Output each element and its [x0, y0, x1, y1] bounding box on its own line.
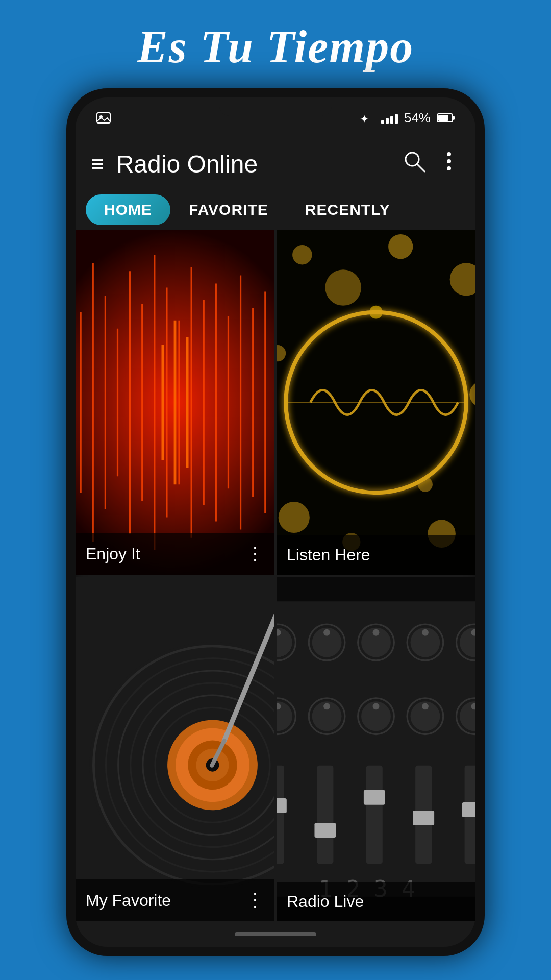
card-title-favorite: My Favorite — [86, 891, 171, 910]
tab-favorite[interactable]: FAVORITE — [170, 194, 287, 225]
svg-rect-100 — [277, 798, 287, 813]
more-dots-button-3[interactable]: ⋮ — [246, 890, 264, 911]
card-title-enjoy-it: Enjoy It — [86, 545, 140, 564]
tab-recently[interactable]: RECENTLY — [287, 194, 409, 225]
svg-rect-101 — [317, 766, 333, 864]
svg-rect-4 — [453, 116, 455, 120]
svg-rect-5 — [438, 115, 448, 121]
grid-item-listen-here[interactable]: Listen Here — [277, 230, 475, 575]
svg-point-95 — [422, 703, 429, 710]
grid-item-favorite[interactable]: My Favorite ⋮ — [76, 577, 274, 921]
svg-point-37 — [388, 234, 413, 259]
home-indicator-bar — [76, 921, 475, 947]
header-left: ≡ Radio Online — [91, 150, 258, 178]
app-title: Radio Online — [116, 150, 258, 178]
more-icon — [438, 150, 460, 173]
grid-item-radio-live[interactable]: 1 2 3 4 Radio Live — [277, 577, 475, 921]
svg-line-7 — [417, 164, 424, 172]
content-grid: Enjoy It ⋮ — [76, 230, 475, 921]
signal-bars — [381, 112, 398, 124]
search-button[interactable] — [403, 150, 425, 178]
svg-rect-104 — [364, 790, 385, 805]
photo-icon — [96, 111, 111, 125]
phone-device: ✦ 54% ≡ Radio Online — [66, 88, 485, 956]
card-title-listen-here: Listen Here — [287, 546, 370, 565]
page-title: Es Tu Tiempo — [0, 0, 551, 88]
svg-rect-99 — [277, 766, 284, 864]
svg-point-43 — [279, 502, 310, 533]
status-bar-right: ✦ 54% — [360, 110, 455, 126]
svg-point-80 — [422, 629, 429, 636]
card-label-radio-live: Radio Live — [277, 882, 475, 921]
svg-rect-106 — [413, 811, 434, 825]
home-indicator — [235, 932, 316, 936]
phone-notch — [219, 97, 332, 116]
gold-bokeh-visual — [277, 230, 475, 575]
svg-text:✦: ✦ — [360, 113, 369, 124]
menu-button[interactable]: ≡ — [91, 151, 104, 177]
svg-point-8 — [447, 152, 451, 156]
svg-point-89 — [323, 703, 330, 710]
grid-item-enjoy-it[interactable]: Enjoy It ⋮ — [76, 230, 274, 575]
svg-point-35 — [292, 245, 312, 265]
svg-point-92 — [373, 703, 380, 710]
wifi-icon: ✦ — [360, 112, 375, 124]
app-header: ≡ Radio Online — [76, 138, 475, 189]
card-label-favorite: My Favorite ⋮ — [76, 879, 274, 921]
battery-percent: 54% — [404, 110, 431, 126]
search-icon — [403, 150, 425, 173]
svg-rect-102 — [314, 823, 336, 838]
header-right — [403, 150, 460, 178]
svg-point-10 — [447, 166, 451, 170]
status-bar-left — [96, 111, 111, 125]
svg-point-77 — [373, 629, 380, 636]
svg-point-36 — [325, 270, 361, 306]
battery-icon — [437, 112, 455, 124]
card-label-listen-here: Listen Here — [277, 535, 475, 575]
svg-point-74 — [323, 629, 330, 636]
more-dots-button-1[interactable]: ⋮ — [246, 543, 264, 565]
svg-rect-108 — [462, 802, 475, 817]
vinyl-visual — [76, 577, 274, 921]
tab-home[interactable]: HOME — [86, 194, 170, 225]
nav-tabs: HOME FAVORITE RECENTLY — [76, 189, 475, 230]
mixer-visual: 1 2 3 4 — [277, 577, 475, 921]
card-label-enjoy-it: Enjoy It ⋮ — [76, 533, 274, 575]
more-button[interactable] — [438, 150, 460, 178]
svg-point-9 — [447, 159, 451, 163]
card-title-radio-live: Radio Live — [287, 892, 364, 911]
svg-rect-0 — [97, 113, 110, 123]
svg-rect-103 — [366, 766, 383, 864]
red-waveform-visual — [76, 230, 274, 575]
